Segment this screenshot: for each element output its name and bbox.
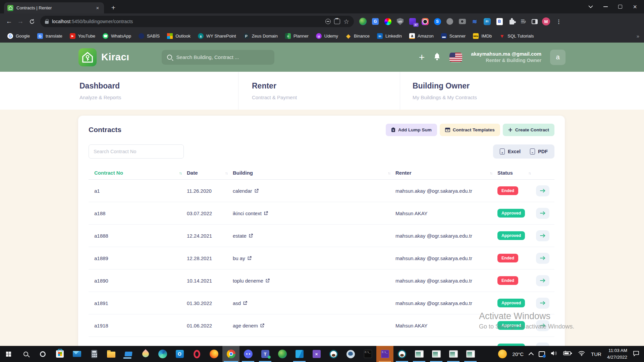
table-row[interactable]: a188 03.07.2022 ikinci context Mahsun AK… xyxy=(89,202,554,225)
create-contract-button[interactable]: Create Contract xyxy=(503,124,554,136)
bookmark-item[interactable]: SABİS xyxy=(136,32,162,40)
bookmark-item[interactable]: Outlook xyxy=(164,32,193,40)
bookmark-item[interactable]: Zeus Domain xyxy=(241,32,280,40)
header-add-icon[interactable]: + xyxy=(419,52,425,62)
external-link-icon[interactable] xyxy=(243,301,247,305)
column-header[interactable]: Building ↑↓ xyxy=(233,170,395,176)
battery-icon[interactable] xyxy=(563,351,572,357)
taskbar-discord-button[interactable] xyxy=(239,346,257,362)
external-link-icon[interactable] xyxy=(266,279,270,283)
reload-button[interactable] xyxy=(26,16,38,27)
row-detail-button[interactable] xyxy=(536,298,549,309)
header-search-input[interactable] xyxy=(176,54,269,60)
kebab-menu-icon[interactable] xyxy=(554,17,563,26)
taskbar-calculator-button[interactable] xyxy=(86,346,103,362)
table-row[interactable]: a1889 12.28.2021 bu ay mahsun.akay @ogr.… xyxy=(89,247,554,269)
back-button[interactable]: ← xyxy=(3,16,15,27)
wifi-icon[interactable] xyxy=(578,351,585,357)
header-search[interactable] xyxy=(162,50,274,65)
bookmark-item[interactable]: Udemy xyxy=(313,32,341,40)
taskbar-purple-cmd-button[interactable] xyxy=(376,346,393,362)
maximize-button[interactable] xyxy=(616,3,624,10)
window-chevron-icon[interactable] xyxy=(587,3,594,10)
table-row[interactable]: a1918 01.06.2022 age denem Mahsun AKAY A… xyxy=(89,314,554,337)
taskbar-window-preview-button[interactable] xyxy=(411,346,428,362)
taskbar-vscode-button[interactable] xyxy=(291,346,308,362)
building-link[interactable]: ikinci context xyxy=(233,210,262,216)
nav-item-building-owner[interactable]: Building Owner My Buildings & My Contrac… xyxy=(400,72,477,110)
taskbar-dbeaver-button[interactable] xyxy=(393,346,411,362)
row-detail-button[interactable] xyxy=(536,208,549,219)
app-logo[interactable] xyxy=(78,48,97,66)
tray-chevron-icon[interactable] xyxy=(529,352,534,358)
search-page-icon[interactable] xyxy=(325,19,331,24)
add-lump-sum-button[interactable]: $ Add Lump Sum xyxy=(386,124,437,136)
building-link[interactable]: asd xyxy=(233,300,241,306)
row-detail-button[interactable] xyxy=(536,230,549,241)
taskbar-explorer-button[interactable] xyxy=(103,346,120,362)
table-row[interactable]: a1891 01.30.2022 asd mahsun.akay @ogr.sa… xyxy=(89,292,554,314)
taskbar-window-preview-button[interactable] xyxy=(428,346,445,362)
sort-icon[interactable]: ↑↓ xyxy=(528,171,531,175)
external-link-icon[interactable] xyxy=(260,323,264,327)
language-flag-us[interactable] xyxy=(449,53,462,62)
contract-search-input[interactable] xyxy=(89,144,184,159)
browser-tab[interactable]: Contracts | Renter × xyxy=(4,2,104,13)
taskbar-remote-button[interactable] xyxy=(120,346,137,362)
taskbar-edge-button[interactable] xyxy=(154,346,171,362)
weather-icon[interactable] xyxy=(498,350,507,358)
building-link[interactable]: estate xyxy=(233,233,247,239)
sort-icon[interactable]: ↑↓ xyxy=(490,171,492,175)
clock[interactable]: 11:03 AM 4/27/2022 xyxy=(607,347,627,360)
table-row[interactable]: a1890 10.14.2021 toplu deneme mahsun.aka… xyxy=(89,269,554,292)
nav-item-renter[interactable]: Renter Contract & Payment xyxy=(238,72,400,110)
side-panel-icon[interactable] xyxy=(532,19,538,24)
brand-name[interactable]: Kiracı xyxy=(101,52,129,63)
taskbar-mail-button[interactable] xyxy=(68,346,86,362)
taskbar-window-preview-button[interactable] xyxy=(445,346,462,362)
taskbar-idm-tb-button[interactable] xyxy=(274,346,291,362)
row-detail-button[interactable] xyxy=(536,320,549,331)
sort-icon[interactable]: ↑↓ xyxy=(388,171,390,175)
column-header[interactable]: Contract No ↑↓ xyxy=(94,170,187,176)
column-header[interactable]: Renter ↑↓ xyxy=(395,170,497,176)
taskbar-window-preview-button[interactable] xyxy=(462,346,479,362)
column-header[interactable]: Date ↑↓ xyxy=(187,170,233,176)
export-excel-button[interactable]: Excel xyxy=(495,144,525,159)
building-link[interactable]: age denem xyxy=(233,323,258,328)
user-info[interactable]: akaymahsun.ma @gmail.com Renter & Buildi… xyxy=(471,51,541,64)
bookmark-item[interactable]: Planner xyxy=(282,32,311,40)
forward-button[interactable]: → xyxy=(15,16,26,27)
address-bar[interactable]: localhost:5450/buildingowner/contracts ☆ xyxy=(40,16,354,27)
notifications-bell-icon[interactable] xyxy=(433,53,441,62)
building-link[interactable]: toplu deneme xyxy=(233,278,263,284)
tab-list-icon[interactable] xyxy=(519,17,527,26)
bookmark-item[interactable]: SQL Tutorials xyxy=(496,32,536,40)
building-link[interactable]: bu ay xyxy=(233,255,245,261)
action-center-icon[interactable] xyxy=(633,351,639,358)
bookmark-item[interactable]: Binance xyxy=(343,32,372,40)
external-link-icon[interactable] xyxy=(248,256,252,260)
temperature-label[interactable]: 20°C xyxy=(513,351,524,357)
taskbar-visualstudio-button[interactable] xyxy=(308,346,325,362)
table-row[interactable]: a1888 12.24.2021 estate mahsun.akay @ogr… xyxy=(89,225,554,247)
taskbar-dbeaver-button[interactable] xyxy=(325,346,342,362)
bookmark-item[interactable]: LinkedIn xyxy=(374,32,405,40)
bookmark-item[interactable]: WY SharePoint xyxy=(195,32,239,40)
taskbar-windows-start-button[interactable] xyxy=(0,346,17,362)
taskbar-opera-button[interactable] xyxy=(188,346,205,362)
external-link-icon[interactable] xyxy=(255,189,259,193)
taskbar-chrome-tb-button[interactable] xyxy=(222,346,239,362)
column-header[interactable]: Status ↑↓ xyxy=(497,170,536,176)
minimize-button[interactable] xyxy=(602,3,609,10)
export-pdf-button[interactable]: PDF xyxy=(525,144,552,159)
bookmark-item[interactable]: Amazon xyxy=(407,32,436,40)
bookmark-item[interactable]: YouTube xyxy=(67,32,98,40)
new-tab-button[interactable]: + xyxy=(109,3,118,12)
taskbar-cortana-button[interactable] xyxy=(34,346,51,362)
table-row[interactable]: a1 11.26.2020 calendar mahsun.akay @ogr.… xyxy=(89,180,554,202)
taskbar-firefox-button[interactable] xyxy=(205,346,222,362)
tab-close-icon[interactable]: × xyxy=(95,5,101,11)
user-avatar[interactable]: a xyxy=(550,50,566,65)
bookmark-item[interactable]: Scanner xyxy=(438,32,468,40)
